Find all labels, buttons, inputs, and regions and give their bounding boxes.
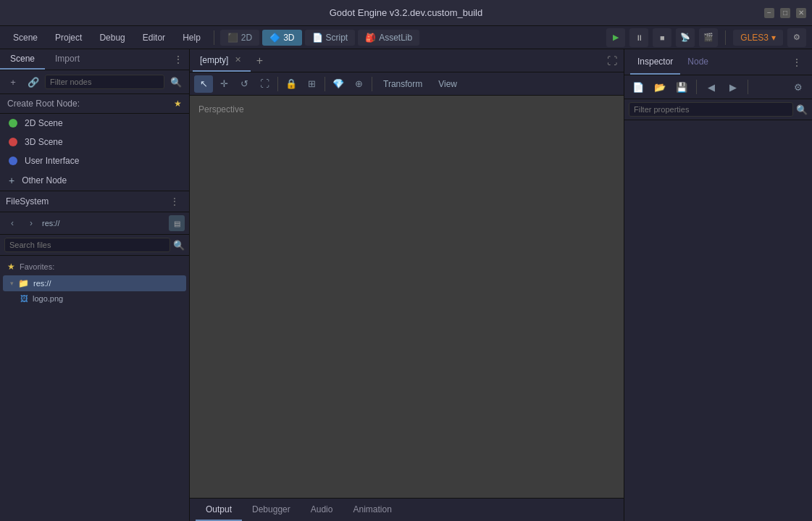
history-next-button[interactable]: ▶ [724,78,742,96]
remote-debug-button[interactable]: 📡 [676,28,695,47]
scene-tabs: Scene Import ⋮ [0,49,189,70]
favorites-label: Favorites: [20,262,54,271]
node-list: 2D Scene 3D Scene User Interface + Other… [0,114,189,191]
link-node-button[interactable]: 🔗 [25,73,42,91]
asset-lib-button[interactable]: 🎒 AssetLib [358,30,419,46]
inspector-tools: 📄 📂 💾 ◀ ▶ ⚙ [624,75,812,99]
file-label: logo.png [33,294,63,303]
settings-button[interactable]: ⚙ [787,28,806,47]
stop-button[interactable]: ■ [653,28,671,47]
tool-lock[interactable]: 🔒 [282,75,301,93]
tool-select[interactable]: ↖ [194,75,213,93]
vp-sep-2 [325,77,325,91]
inspector-header: Inspector Node ⋮ [624,49,812,75]
create-root-section: Create Root Node: ★ [0,94,189,114]
filesystem-header: FileSystem ⋮ [0,191,189,212]
filesystem-menu-button[interactable]: ⋮ [166,195,183,208]
node-other[interactable]: + Other Node [0,170,189,191]
search-files-input[interactable] [4,238,170,252]
maximize-button[interactable]: □ [780,8,790,18]
nav-back-button[interactable]: ‹ [4,215,20,231]
add-node-button[interactable]: + [4,73,22,91]
right-panel: Inspector Node ⋮ 📄 📂 💾 ◀ ▶ ⚙ 🔍 [624,49,812,521]
save-scene-button[interactable]: 💾 [672,78,691,96]
view-3d-button[interactable]: 🔷 3D [262,30,301,46]
node-user-interface[interactable]: User Interface [0,151,189,170]
node-dot-2d [9,119,17,128]
tool-move[interactable]: ✛ [214,75,233,93]
folder-chevron-icon: ▾ [10,280,14,287]
separator-1 [214,30,214,45]
menu-debug[interactable]: Debug [92,30,132,46]
tool-scale[interactable]: ⛶ [255,75,274,93]
layout-toggle-button[interactable]: ▤ [169,215,185,231]
inspector-menu-button[interactable]: ⋮ [787,55,806,70]
viewport-tab-empty[interactable]: [empty] ✕ [193,49,251,72]
view-3d-icon: 🔷 [269,33,280,43]
vp-sep-1 [277,77,278,91]
transform-button[interactable]: Transform [376,77,430,91]
menu-editor[interactable]: Editor [135,30,172,46]
history-prev-button[interactable]: ◀ [702,78,721,96]
folder-res[interactable]: ▾ 📁 res:// [3,275,186,291]
node-dot-ui [9,157,17,165]
tool-group[interactable]: ⊞ [302,75,321,93]
tab-close-button[interactable]: ✕ [233,54,243,65]
filter-properties-row: 🔍 [624,99,812,120]
tool-rotate[interactable]: ↺ [235,75,254,93]
filter-nodes-input[interactable] [45,75,164,89]
viewport-tabs: [empty] ✕ + ⛶ [190,49,624,72]
scene-toolbar: + 🔗 🔍 [0,70,189,94]
menu-help[interactable]: Help [175,30,208,46]
open-scene-button[interactable]: 📂 [650,78,669,96]
tab-audio[interactable]: Audio [301,499,343,521]
filter-properties-input[interactable] [629,102,793,117]
viewport-canvas: Perspective [190,96,624,498]
folder-icon: 📁 [18,278,29,288]
view-2d-icon: ⬛ [227,33,238,43]
title-bar: Godot Engine v3.2.dev.custom_build − □ ✕ [0,0,812,26]
separator-2 [725,30,726,45]
viewport-expand-button[interactable]: ⛶ [603,52,621,70]
node-3d-scene[interactable]: 3D Scene [0,133,189,151]
gles-dropdown-icon: ▾ [771,33,776,43]
movie-button[interactable]: 🎬 [699,28,718,47]
inspector-settings-button[interactable]: ⚙ [789,78,808,96]
tab-inspector[interactable]: Inspector [630,49,680,75]
node-2d-scene[interactable]: 2D Scene [0,114,189,133]
create-root-label: Create Root Node: [7,99,80,109]
new-scene-button[interactable]: 📄 [629,78,648,96]
tool-snap[interactable]: ⊕ [349,75,368,93]
close-button[interactable]: ✕ [796,8,806,18]
view-2d-button[interactable]: ⬛ 2D [220,30,259,46]
script-icon: 📄 [312,33,323,43]
menu-project[interactable]: Project [48,30,89,46]
tab-node[interactable]: Node [680,49,716,75]
search-files-icon[interactable]: 🔍 [173,240,185,251]
asset-lib-icon: 🎒 [365,33,376,43]
tab-animation[interactable]: Animation [343,499,401,521]
gles3-button[interactable]: GLES3 ▾ [733,30,783,46]
tab-output[interactable]: Output [196,499,242,521]
folder-label: res:// [33,279,51,288]
plus-icon: + [9,175,14,186]
pause-button[interactable]: ⏸ [629,28,648,47]
tab-import[interactable]: Import [45,49,90,70]
tab-add-button[interactable]: + [251,52,268,70]
main-layout: Scene Import ⋮ + 🔗 🔍 Create Root Node: ★… [0,49,812,521]
tab-scene[interactable]: Scene [0,49,45,70]
minimize-button[interactable]: − [764,8,774,18]
view-button[interactable]: View [431,77,464,91]
scene-panel-menu-button[interactable]: ⋮ [167,51,189,68]
tool-mesh[interactable]: 💎 [329,75,348,93]
filter-search-icon[interactable]: 🔍 [796,104,808,115]
favorite-star-icon[interactable]: ★ [174,99,182,109]
file-logo-png[interactable]: 🖼 logo.png [0,292,189,305]
nav-forward-button[interactable]: › [23,215,39,231]
play-button[interactable]: ▶ [606,28,625,47]
script-button[interactable]: 📄 Script [305,30,356,46]
tab-debugger[interactable]: Debugger [242,499,301,521]
search-node-button[interactable]: 🔍 [167,73,185,91]
menu-scene[interactable]: Scene [6,30,45,46]
center-panel: [empty] ✕ + ⛶ ↖ ✛ ↺ ⛶ 🔒 ⊞ 💎 ⊕ Transform … [190,49,624,521]
